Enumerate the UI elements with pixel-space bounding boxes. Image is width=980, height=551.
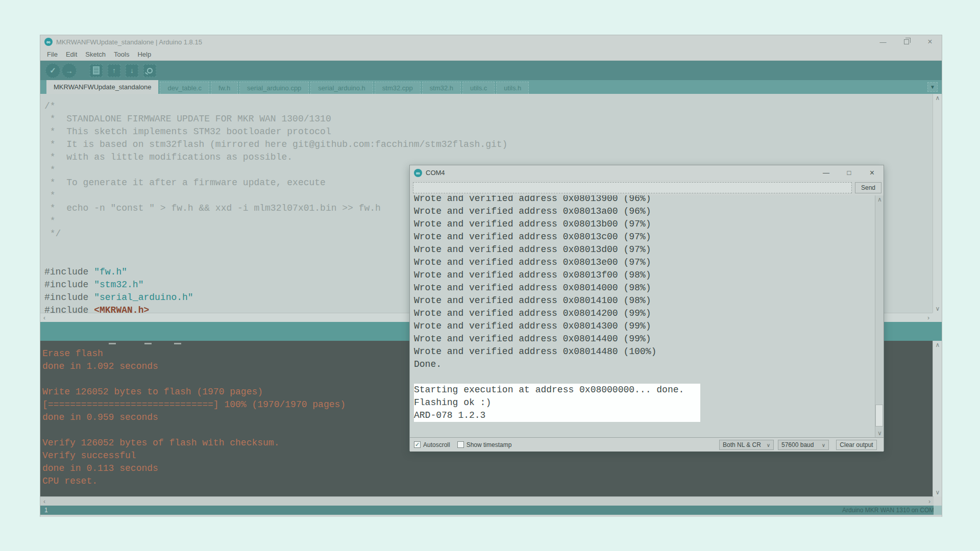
scroll-up-icon[interactable]: ∧: [875, 195, 884, 204]
tab-utils-c[interactable]: utils.c: [462, 82, 495, 94]
monitor-line-highlighted: ARD-078 1.2.3: [414, 409, 700, 422]
console-horizontal-scrollbar[interactable]: ‹ ›: [40, 496, 934, 506]
tab-serial-arduino-cpp[interactable]: serial_arduino.cpp: [239, 82, 309, 94]
monitor-line: Wrote and verified address 0x08013c00 (9…: [414, 231, 884, 243]
autoscroll-checkbox[interactable]: ✓: [414, 441, 421, 448]
tab-mkrwanfwupdate-standalone[interactable]: MKRWANFWUpdate_standalone: [46, 80, 158, 94]
code-line: * STANDALONE FIRMWARE UPDATE FOR MKR WAN…: [44, 113, 933, 126]
menu-item-file[interactable]: File: [43, 49, 62, 60]
ide-window-title: MKRWANFWUpdate_standalone | Arduino 1.8.…: [56, 38, 202, 46]
close-icon[interactable]: ×: [918, 35, 942, 48]
minimize-icon[interactable]: —: [871, 35, 895, 48]
board-port-status: Arduino MKR WAN 1310 on COM4: [842, 507, 938, 514]
scroll-down-icon[interactable]: ∨: [933, 488, 942, 496]
clipped-output-remnant: [109, 343, 116, 344]
send-button[interactable]: Send: [855, 182, 881, 193]
console-line: CPU reset.: [42, 475, 942, 488]
status-bar: 1 Arduino MKR WAN 1310 on COM4: [40, 506, 942, 515]
code-line: /*: [44, 100, 933, 113]
clear-output-button[interactable]: Clear output: [836, 440, 877, 450]
monitor-line: Done.: [414, 358, 884, 371]
scroll-left-icon[interactable]: ‹: [40, 497, 48, 506]
close-icon[interactable]: ×: [861, 165, 884, 180]
code-line: * It is based on stm32flash (mirrored he…: [44, 138, 933, 151]
monitor-line: Wrote and verified address 0x08014000 (9…: [414, 282, 884, 294]
clipped-output-remnant: [144, 343, 152, 344]
monitor-line: Wrote and verified address 0x08014300 (9…: [414, 320, 884, 333]
tab-list-dropdown-button[interactable]: ▼: [927, 82, 938, 92]
menu-bar: FileEditSketchToolsHelp: [40, 48, 942, 61]
maximize-icon[interactable]: □: [838, 165, 861, 180]
code-line: * This sketch implements STM32 bootloade…: [44, 126, 933, 138]
code-line: * with as little modifications as possib…: [44, 151, 933, 164]
clipped-output-remnant: [174, 343, 181, 344]
monitor-line: [414, 371, 884, 384]
scroll-up-icon[interactable]: ∧: [933, 341, 942, 349]
scrollbar-thumb[interactable]: [875, 405, 883, 427]
resize-grip[interactable]: [934, 506, 942, 515]
chevron-down-icon: ∨: [822, 442, 825, 448]
scroll-up-icon[interactable]: ∧: [933, 94, 942, 102]
serial-send-input[interactable]: [413, 182, 852, 193]
scroll-right-icon[interactable]: ›: [924, 313, 933, 322]
upload-button[interactable]: →: [62, 63, 77, 78]
scroll-down-icon[interactable]: ∨: [933, 305, 942, 313]
verify-button[interactable]: ✓: [45, 63, 60, 78]
menu-item-sketch[interactable]: Sketch: [81, 49, 110, 60]
new-document-icon: [93, 66, 100, 74]
scroll-right-icon[interactable]: ›: [925, 497, 934, 506]
monitor-line: Wrote and verified address 0x08013b00 (9…: [414, 218, 884, 231]
monitor-line: Wrote and verified address 0x08013f00 (9…: [414, 269, 884, 282]
magnifier-icon: [147, 68, 153, 73]
scroll-down-icon[interactable]: ∨: [875, 429, 884, 437]
tab-serial-arduino-h[interactable]: serial_arduino.h: [310, 82, 373, 94]
serial-output-text: Wrote and verified address 0x08013900 (9…: [410, 195, 884, 422]
monitor-line: Wrote and verified address 0x08014100 (9…: [414, 294, 884, 307]
menu-item-tools[interactable]: Tools: [110, 49, 133, 60]
scrollbar-corner: [933, 313, 942, 322]
code-segment: * STANDALONE FIRMWARE UPDATE FOR MKR WAN…: [44, 114, 331, 124]
open-sketch-button[interactable]: ↑: [108, 64, 120, 77]
code-segment: *: [44, 165, 56, 175]
code-segment: #include: [44, 267, 94, 277]
new-sketch-button[interactable]: [90, 64, 103, 77]
baud-rate-value: 57600 baud: [781, 441, 814, 448]
tab-stm32-h[interactable]: stm32.h: [422, 82, 461, 94]
serial-output-area[interactable]: Wrote and verified address 0x08013900 (9…: [410, 195, 884, 437]
scroll-left-icon[interactable]: ‹: [40, 313, 48, 322]
restore-icon[interactable]: [895, 35, 918, 48]
selected-output-block: Starting execution at address 0x08000000…: [414, 384, 700, 422]
restore-glyph: [904, 39, 909, 44]
code-segment: #include: [44, 280, 94, 290]
code-segment: #include: [44, 292, 94, 303]
code-segment: "stm32.h": [94, 280, 143, 290]
serial-monitor-button[interactable]: [143, 64, 156, 77]
tab-dev-table-c[interactable]: dev_table.c: [160, 82, 209, 94]
monitor-window-title: COM4: [426, 169, 445, 177]
menu-item-edit[interactable]: Edit: [62, 49, 81, 60]
line-ending-select[interactable]: Both NL & CR ∨: [719, 440, 774, 450]
window-bottom-edge: [40, 515, 942, 517]
ide-title-bar: ∞ MKRWANFWUpdate_standalone | Arduino 1.…: [40, 35, 942, 48]
minimize-icon[interactable]: —: [815, 165, 838, 180]
tab-stm32-cpp[interactable]: stm32.cpp: [375, 82, 421, 94]
menu-item-help[interactable]: Help: [133, 49, 155, 60]
monitor-vertical-scrollbar[interactable]: ∧ ∨: [875, 195, 884, 437]
tab-utils-h[interactable]: utils.h: [496, 82, 529, 94]
monitor-line: Wrote and verified address 0x08014400 (9…: [414, 333, 884, 345]
code-segment: * echo -n "const " > fw.h && xxd -i mlm3…: [44, 203, 381, 213]
code-segment: "serial_arduino.h": [94, 292, 193, 303]
editor-vertical-scrollbar[interactable]: ∧ ∨: [933, 94, 942, 313]
monitor-line-highlighted: Starting execution at address 0x08000000…: [414, 384, 700, 396]
code-segment: * To generate it after a firmware update…: [44, 178, 326, 188]
save-sketch-button[interactable]: ↓: [126, 64, 138, 77]
console-vertical-scrollbar[interactable]: ∧ ∨: [933, 341, 942, 496]
show-timestamp-checkbox[interactable]: [457, 441, 464, 448]
code-segment: *: [44, 190, 56, 201]
monitor-line: Wrote and verified address 0x08013a00 (9…: [414, 205, 884, 218]
baud-rate-select[interactable]: 57600 baud ∨: [778, 440, 829, 450]
code-segment: "fw.h": [94, 267, 127, 277]
tab-fw-h[interactable]: fw.h: [211, 82, 238, 94]
code-segment: * with as little modifications as possib…: [44, 152, 292, 162]
monitor-title-bar: ∞ COM4 — □ ×: [410, 165, 884, 180]
